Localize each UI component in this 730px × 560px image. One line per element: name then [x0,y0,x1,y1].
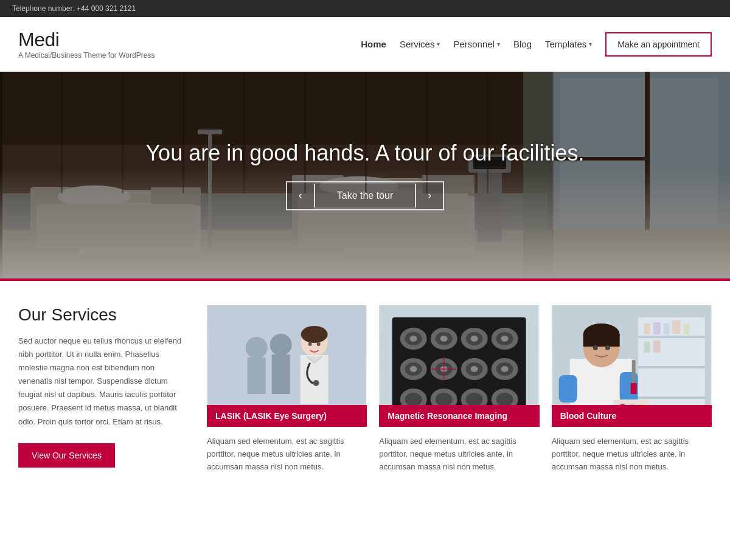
header: Medi A Medical/Business Theme for WordPr… [0,17,730,72]
svg-rect-105 [631,360,635,384]
appointment-button[interactable]: Make an appointment [605,32,712,57]
hero-title: You are in good hands. A tour of our fac… [145,140,584,166]
nav-services[interactable]: Services ▾ [400,39,440,49]
svg-rect-39 [248,358,266,394]
svg-rect-102 [583,334,619,347]
svg-point-47 [317,342,321,346]
service-card-lasik-text: Aliquam sed elementum, est ac sagittis p… [207,435,367,473]
main-nav: Home Services ▾ Personnel ▾ Blog Templat… [361,32,712,57]
svg-rect-87 [638,366,704,368]
svg-point-103 [593,345,597,350]
svg-point-44 [313,380,319,386]
view-services-button[interactable]: View Our Services [18,443,115,468]
nav-personnel[interactable]: Personnel ▾ [453,39,500,49]
service-card-mri-text: Aliquam sed elementum, est ac sagittis p… [379,435,539,473]
hero-content: You are in good hands. A tour of our fac… [0,72,730,278]
hero-section: You are in good hands. A tour of our fac… [0,72,730,278]
hero-cta-group: ‹ Take the tour › [286,181,445,210]
svg-rect-41 [272,354,290,394]
svg-rect-94 [644,342,650,353]
svg-point-45 [301,326,328,343]
services-title: Our Services [18,305,189,325]
services-section: Our Services Sed auctor neque eu tellus … [0,281,730,497]
nav-home[interactable]: Home [361,39,386,49]
svg-rect-86 [638,336,704,338]
svg-point-52 [410,336,417,342]
svg-point-40 [270,334,292,356]
svg-point-79 [466,393,483,406]
hero-prev-button[interactable]: ‹ [287,182,314,209]
svg-rect-92 [672,320,680,334]
svg-point-77 [436,393,453,406]
hero-tour-button[interactable]: Take the tour [314,184,417,207]
top-bar: Telephone number: +44 000 321 2121 [0,0,730,17]
svg-point-61 [501,336,509,342]
services-cards: LASIK (LASIK Eye Surgery) Aliquam sed el… [207,305,712,473]
svg-rect-106 [630,383,636,394]
service-card-mri-label: Magnetic Resonance Imaging [379,405,539,427]
svg-point-38 [246,337,268,359]
svg-point-64 [410,366,417,372]
chevron-down-icon: ▾ [497,41,500,47]
services-intro: Our Services Sed auctor neque eu tellus … [18,305,189,473]
svg-point-70 [471,366,478,372]
svg-point-104 [605,345,610,350]
logo: Medi A Medical/Business Theme for WordPr… [18,29,155,60]
service-card-lasik-label: LASIK (LASIK Eye Surgery) [207,405,367,427]
service-card-blood-image: Blood Culture [552,305,712,427]
phone-number: Telephone number: +44 000 321 2121 [12,4,136,13]
chevron-down-icon: ▾ [589,41,592,47]
svg-rect-89 [644,323,650,334]
nav-blog[interactable]: Blog [513,39,532,49]
service-card-lasik-image: LASIK (LASIK Eye Surgery) [207,305,367,427]
service-card-blood-text: Aliquam sed elementum, est ac sagittis p… [552,435,712,473]
svg-point-55 [440,336,448,342]
chevron-down-icon: ▾ [437,41,440,47]
service-card-lasik: LASIK (LASIK Eye Surgery) Aliquam sed el… [207,305,367,473]
svg-rect-93 [683,323,689,334]
svg-point-58 [471,336,478,342]
svg-rect-88 [638,396,704,399]
logo-subtitle: A Medical/Business Theme for WordPress [18,51,155,60]
svg-rect-91 [663,323,669,334]
svg-rect-99 [558,375,577,403]
services-description: Sed auctor neque eu tellus rhoncus ut el… [18,334,189,429]
svg-rect-95 [653,340,660,353]
svg-point-73 [501,366,509,372]
nav-templates[interactable]: Templates ▾ [545,39,592,49]
service-card-blood: Blood Culture Aliquam sed elementum, est… [552,305,712,473]
svg-point-81 [496,393,513,406]
hero-next-button[interactable]: › [416,182,443,209]
service-card-mri-image: Magnetic Resonance Imaging [379,305,539,427]
service-card-blood-label: Blood Culture [552,405,712,427]
logo-title: Medi [18,29,155,51]
service-card-mri: Magnetic Resonance Imaging Aliquam sed e… [379,305,539,473]
svg-point-46 [308,342,312,346]
svg-point-75 [405,393,422,406]
svg-rect-90 [653,322,660,334]
